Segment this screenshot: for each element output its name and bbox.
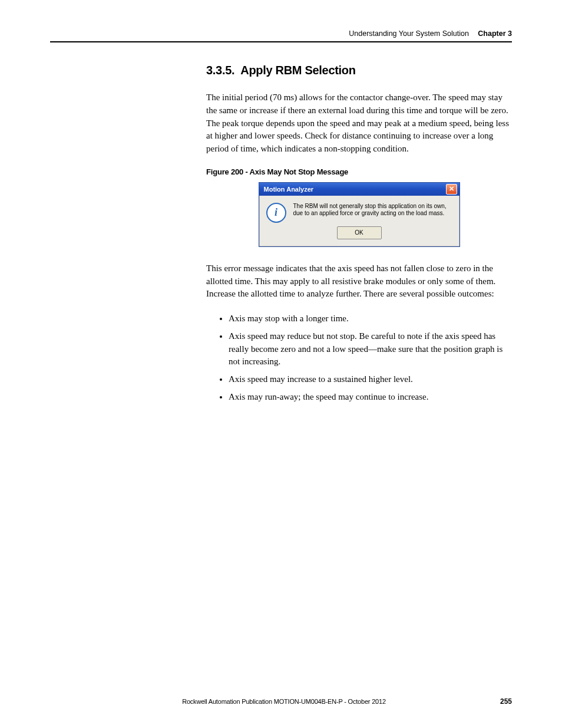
- info-icon: i: [266, 203, 286, 223]
- outcome-list: Axis may stop with a longer time. Axis s…: [206, 312, 512, 404]
- list-item: Axis may run-away; the speed may continu…: [229, 391, 512, 404]
- ok-button[interactable]: OK: [337, 226, 382, 239]
- page-footer: Rockwell Automation Publication MOTION-U…: [50, 697, 512, 706]
- section-title: Apply RBM Selection: [240, 64, 355, 77]
- dialog-titlebar: Motion Analyzer ✕: [259, 183, 459, 196]
- dialog-message-line2: due to an applied force or gravity actin…: [293, 210, 447, 218]
- page-header: Understanding Your System Solution Chapt…: [50, 29, 512, 42]
- header-doc-title: Understanding Your System Solution: [349, 29, 469, 38]
- ok-button-label: OK: [355, 229, 363, 236]
- close-glyph: ✕: [449, 186, 454, 192]
- paragraph-1: The initial period (70 ms) allows for th…: [206, 91, 512, 156]
- footer-page-number: 255: [500, 697, 512, 706]
- main-content: 3.3.5.Apply RBM Selection The initial pe…: [206, 64, 512, 416]
- dialog-message-line1: The RBM will not generally stop this app…: [293, 203, 447, 210]
- list-item: Axis speed may reduce but not stop. Be c…: [229, 330, 512, 368]
- list-item: Axis speed may increase to a sustained h…: [229, 373, 512, 386]
- paragraph-2: This error message indicates that the ax…: [206, 262, 512, 301]
- close-icon[interactable]: ✕: [446, 184, 457, 195]
- info-glyph: i: [275, 206, 277, 219]
- header-chapter: Chapter 3: [478, 29, 512, 38]
- figure-caption: Figure 200 - Axis May Not Stop Message: [206, 167, 512, 176]
- list-item: Axis may stop with a longer time.: [229, 312, 512, 325]
- dialog-footer: OK: [259, 226, 459, 246]
- dialog-body: i The RBM will not generally stop this a…: [259, 196, 459, 226]
- footer-publication: Rockwell Automation Publication MOTION-U…: [68, 698, 500, 705]
- dialog-title: Motion Analyzer: [264, 186, 314, 193]
- dialog-window: Motion Analyzer ✕ i The RBM will not gen…: [259, 182, 460, 247]
- dialog-message: The RBM will not generally stop this app…: [293, 203, 447, 218]
- figure-dialog-wrap: Motion Analyzer ✕ i The RBM will not gen…: [206, 182, 512, 247]
- section-number: 3.3.5.: [206, 64, 234, 77]
- section-heading: 3.3.5.Apply RBM Selection: [206, 64, 512, 77]
